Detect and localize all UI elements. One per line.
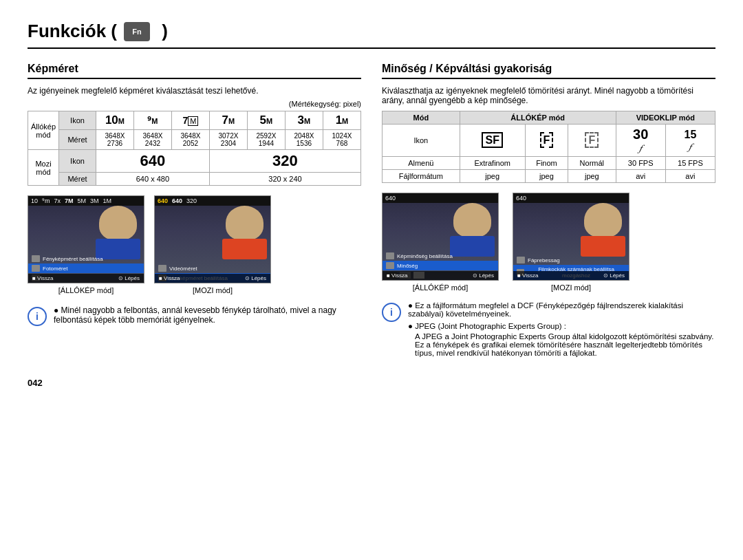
fps30-icon-cell: 30 𝑓 [616, 125, 665, 157]
left-description: Az igényeinek megfelelő képméret kiválas… [28, 86, 361, 96]
meret-label2: Méret [59, 173, 96, 186]
fmt-jpeg2: jpeg [525, 170, 568, 183]
fps15-icon-cell: 15 𝑓 [665, 125, 715, 157]
right-column: Minőség / Képváltási gyakoriság Kiválasz… [382, 63, 715, 357]
finom: Finom [525, 157, 568, 170]
mozi-meret-640: 640 x 480 [96, 173, 209, 186]
fmt-jpeg3: jpeg [568, 170, 616, 183]
size-1m: 1M [323, 111, 360, 130]
right-section-title: Minőség / Képváltási gyakoriság [382, 63, 715, 79]
title-paren: ) [157, 21, 168, 42]
mozi-caption: [MOZI mód] [154, 286, 271, 294]
note-content: Minél nagyobb a felbontás, annál keveseb… [54, 305, 336, 325]
ikon-label2: Ikon [59, 150, 96, 173]
size-table: Állóképmód Ikon 10M ⁹M 7M 7M 5M 3M 1M Mé… [28, 111, 361, 186]
f-icon-cell: F [525, 125, 568, 157]
allokep-screen: 10⁹m7x 7M 5M3M1M Fényképméret beállítása [28, 195, 144, 283]
n-icon-cell: F [568, 125, 616, 157]
f-icon: F [540, 132, 554, 148]
title-text: Funkciók ( [28, 21, 117, 42]
size-7m: 7M [209, 111, 247, 130]
meret-10m: 3648X2736 [96, 130, 133, 150]
main-content: Képméret Az igényeinek megfelelő képmére… [28, 63, 715, 357]
allokep-label: Állóképmód [28, 111, 59, 150]
mozi-icon1 [158, 265, 166, 272]
mozi-body [222, 239, 267, 259]
meret-7m: 3072X2304 [209, 130, 247, 150]
left-column: Képméret Az igényeinek megfelelő képmére… [28, 63, 361, 357]
fajlformatum-row: Fájlformátum jpeg jpeg jpeg avi avi [383, 170, 715, 183]
mozi-320: 320 [209, 150, 360, 173]
fmt-avi1: avi [616, 170, 665, 183]
page-number: 042 [28, 378, 715, 388]
camera-fn-icon: Fn [124, 22, 150, 41]
normal: Normál [568, 157, 616, 170]
fps15-sub: 𝑓 [689, 141, 691, 152]
quality-ikon-row: Ikon SF F F 30 𝑓 15 [383, 125, 715, 157]
left-note: i ● Minél nagyobb a felbontás, annál kev… [28, 305, 361, 326]
fps30: 30 FPS [616, 157, 665, 170]
quality-table: Mód ÁLLÓKÉP mód VIDEOKLIP mód Ikon SF F … [382, 111, 715, 183]
table-row: Mozi mód Ikon 640 320 [28, 150, 361, 173]
bottom-bar: ■ Vissza ⊙ Lépés [28, 274, 144, 283]
meret-7mb: 3648X2052 [171, 130, 209, 150]
n-icon: F [585, 132, 599, 148]
table-row: Állóképmód Ikon 10M ⁹M 7M 7M 5M 3M 1M [28, 111, 361, 130]
meret-5m: 2592X1944 [247, 130, 285, 150]
q-mozi-caption: [MOZI mód] [513, 283, 629, 292]
bullet: ● [54, 305, 61, 315]
q-mozi-face [584, 203, 622, 237]
mozi-640: 640 [96, 150, 209, 173]
meret-9m: 3648X2432 [133, 130, 171, 150]
size-9m: ⁹M [133, 111, 171, 130]
fps15: 15 FPS [665, 157, 715, 170]
right-notes: i ● Ez a fájlformátum megfelel a DCF (Fé… [382, 301, 715, 357]
mod-header: Mód [383, 111, 460, 125]
quality-mozi-screen: 640 Fáprebessag Filmkockák számának beál… [513, 193, 629, 281]
ikon-label: Ikon [59, 111, 96, 130]
fps15-icon: 15 [684, 129, 696, 140]
q-icon2 [386, 262, 394, 269]
right-note-content: ● Ez a fájlformátum megfelel a DCF (Fény… [408, 301, 715, 357]
fps30-sub: 𝑓 [639, 142, 642, 153]
mozi-meret-320: 320 x 240 [209, 173, 360, 186]
menu-item-selected: Fotoméret [28, 263, 144, 273]
meret-label: Méret [59, 130, 96, 150]
mozzi-label: Mozi mód [28, 150, 59, 186]
bullet1: ● [408, 301, 415, 310]
fajlformatum-label: Fájlformátum [383, 170, 460, 183]
almenu-row: Almenü Extrafinom Finom Normál 30 FPS 15… [383, 157, 715, 170]
menu-item: Fényképméret beállítása [28, 254, 144, 263]
q-mozi-bottom: ■ Vissza ⊙ Lépés [513, 271, 629, 280]
note-icon: i [28, 307, 47, 326]
meret-1m: 1024X768 [323, 130, 360, 150]
table-row: Méret 3648X2736 3648X2432 3648X2052 3072… [28, 130, 361, 150]
videoklip-header: VIDEOKLIP mód [616, 111, 715, 125]
q-menu-item1: Képminőség beállítása [383, 251, 498, 261]
left-screens: 10⁹m7x 7M 5M3M1M Fényképméret beállítása [28, 195, 361, 294]
q-allokep-face [453, 203, 491, 237]
bullet2: ● [408, 322, 415, 330]
screen-topbar: 10⁹m7x 7M 5M3M1M [28, 196, 144, 206]
left-section-title: Képméret [28, 63, 361, 79]
page-title: Funkciók ( Fn ) [28, 21, 715, 49]
mozi-screen-container: 640 640 320 Videóméret Mozképméret [154, 195, 271, 294]
unit-label: (Mértékegység: pixel) [28, 100, 361, 108]
q-menu-item-sel: Minőség [383, 261, 498, 270]
right-note-icon: i [382, 303, 401, 322]
almenu-label: Almenü [383, 157, 460, 170]
right-note-3: A JPEG a Joint Photographic Experts Grou… [415, 332, 715, 357]
size-3m: 3M [285, 111, 323, 130]
mozi-topbar: 640 640 320 [155, 196, 270, 206]
q-mozi-item1: Fáprebessag [513, 255, 629, 265]
fmt-avi2: avi [665, 170, 715, 183]
q-mozi-body [581, 236, 625, 257]
menu-icon2 [32, 265, 40, 272]
right-description: Kiválaszthatja az igényeknek megfelelő t… [382, 86, 715, 105]
fmt-jpeg1: jpeg [460, 170, 525, 183]
extrafinom: Extrafinom [460, 157, 525, 170]
mozi-screen: 640 640 320 Videóméret Mozképméret [154, 195, 271, 283]
allokep-mode-header: ÁLLÓKÉP mód [460, 111, 616, 125]
quality-screens: 640 Képminőség beállítása Minőség [382, 193, 715, 292]
mozi-face [226, 206, 263, 240]
